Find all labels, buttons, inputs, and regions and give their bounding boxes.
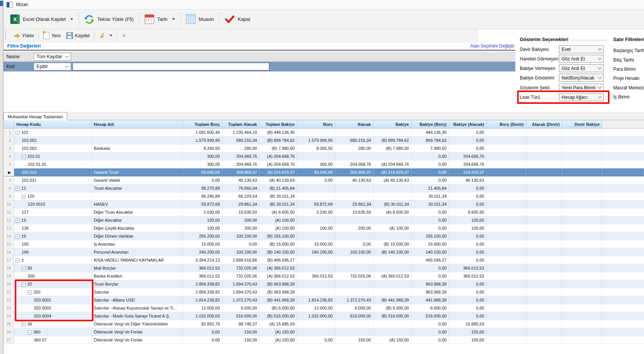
column-header-toplam-bakiye[interactable]: Toplam Bakiye: [260, 120, 297, 129]
table-row[interactable]: 12−13Diğer Alacaklar100,00200,00(A) 100,…: [3, 216, 644, 224]
table-row[interactable]: 2102.0011.579.999,96680.215,34(B) 899.78…: [3, 137, 644, 144]
tab-muhasebe-hesap-toplamlari[interactable]: Muhasebe Hesap Toplamları: [3, 112, 67, 121]
account-code-cell: −19: [14, 232, 92, 240]
column-header-bakiye-alacak[interactable]: Bakiye (Alacak): [449, 120, 487, 129]
table-row[interactable]: 15195İş Avansları15.000,000,00(B) 15.000…: [3, 240, 644, 248]
tree-collapse-icon[interactable]: −: [22, 155, 26, 159]
date-button[interactable]: Tarih: [140, 11, 180, 27]
dropdown-arrow-icon[interactable]: [70, 18, 73, 20]
table-row[interactable]: 11127Diğer Ticari Alacaklar2.030,0010.63…: [3, 208, 644, 216]
column-header-hesap-kodu[interactable]: Hesap Kodu: [14, 120, 92, 129]
account-code-cell: 320.0002: [14, 304, 92, 312]
table-row[interactable]: 17−3KISA VADELİ YABANCI KAYNAKLAR3.394.2…: [3, 256, 644, 264]
dropdown-arrow-icon[interactable]: [109, 35, 112, 37]
excel-icon: X: [10, 14, 20, 24]
close-button[interactable]: Kapat: [220, 12, 255, 27]
column-header-alacak-devir[interactable]: Alacak (Devir): [526, 120, 562, 129]
clean-button[interactable]: [96, 31, 115, 41]
table-row[interactable]: 8−12Ticari Alacaklar98.270,8876.865,04(B…: [3, 184, 644, 192]
value-cell: 0,00: [449, 240, 487, 248]
table-row[interactable]: 19300Banka Kredileri366.012,53732.025,06…: [3, 272, 644, 280]
change-field-selection-link[interactable]: Alan Seçimini Değiştir: [470, 43, 515, 49]
dropdown-arrow-icon[interactable]: [172, 18, 175, 20]
tree-collapse-icon[interactable]: −: [16, 219, 20, 223]
nesne-dropdown[interactable]: Tüm Kayıtlar: [34, 53, 71, 60]
tree-collapse-icon[interactable]: −: [16, 131, 20, 135]
table-row[interactable]: 7102.011Garanti Vadeli0,0040.130,63(A) 4…: [3, 176, 644, 184]
column-header-bakiye[interactable]: Bakiye: [374, 120, 412, 129]
row-filter-item[interactable]: Başlangıç Tarihi: [613, 48, 644, 53]
row-filter-item[interactable]: Masraf Merkezi: [613, 85, 644, 90]
row-filter-item[interactable]: Bitiş Tarihi: [613, 57, 634, 63]
reload-button[interactable]: Tekrar Yükle (F5): [80, 11, 138, 27]
value-cell: 93.040,00: [297, 168, 335, 176]
tree-collapse-icon[interactable]: −: [22, 322, 26, 327]
kod-operator-dropdown[interactable]: Eşittir: [34, 63, 71, 70]
toolbar-grip[interactable]: [5, 32, 7, 40]
table-row[interactable]: 18−30Mali Borçlar366.012,53732.025,06(A)…: [3, 264, 644, 272]
value-cell: 0,00: [449, 232, 487, 240]
table-row[interactable]: 27360.07Ödenecek Vergi Ve Fonlar0,00150,…: [3, 336, 644, 344]
value-cell: [526, 288, 562, 296]
table-row[interactable]: 5102.01.01300,00204.968,76(A) 204.668,76…: [3, 160, 644, 168]
column-header-hesap-ad[interactable]: Hesap Adı: [92, 120, 183, 129]
column-header-bakiye-bor[interactable]: Bakiye (Borç): [412, 120, 449, 129]
tree-collapse-icon[interactable]: −: [22, 195, 26, 199]
column-header-devir-bakiye[interactable]: Devir Bakiye: [562, 120, 602, 129]
column-header-toplam-alacak[interactable]: Toplam Alacak: [223, 120, 260, 129]
table-row[interactable]: 9−12096.240,8866.229,54(B) 30.011,3430.0…: [3, 192, 644, 200]
excel-save-button[interactable]: X Excel Olarak Kaydet: [6, 11, 78, 27]
table-row[interactable]: 4−102.01300,00204.968,76(A) 204.668,760,…: [3, 152, 644, 160]
delete-button[interactable]: ✕: [119, 31, 129, 40]
row-filter-item[interactable]: Para Birimi: [613, 67, 636, 72]
table-row[interactable]: 14−19Diğer Dönen Varlıklar255.200,00100.…: [3, 232, 644, 240]
table-row[interactable]: ▶102.010Garanti Ticari93.040,00309.869,3…: [3, 168, 644, 176]
devir-bakiyesi-dropdown[interactable]: Evet: [559, 45, 604, 53]
table-row[interactable]: 25−36Ödenecek Vergi Ve Diğer Yükümlülükl…: [3, 320, 644, 328]
new-button[interactable]: ✹ Yeni: [40, 30, 63, 41]
row-filter-item[interactable]: Proje Hesabı: [613, 76, 639, 81]
table-row[interactable]: 23320.0002Satıcılar - Atasay Kuyumculuk …: [3, 304, 644, 312]
column-header-bor[interactable]: Borç: [297, 120, 335, 129]
tree-collapse-icon[interactable]: −: [22, 267, 26, 271]
save-button[interactable]: Kaydet: [63, 31, 93, 40]
row-filter-item[interactable]: İş Birimi: [613, 94, 630, 100]
table-row[interactable]: 24320.0004Satıcılar - Mado Gıda Sanayi T…: [3, 312, 644, 320]
bakiye-gosterimi-dropdown[interactable]: Net/Borç/Alacak: [559, 74, 604, 82]
column-header-toplam-bor[interactable]: Toplam Borç: [183, 120, 223, 129]
table-row[interactable]: 21−320Satıcılar2.858.338,821.894.370,43(…: [3, 288, 644, 296]
table-row[interactable]: 1−1021.681.600,461.235.464,10(B) 446.136…: [3, 129, 644, 137]
value-cell: (B) 446.136,36: [260, 129, 297, 136]
table-row[interactable]: 20−32Ticari Borçlar2.858.338,821.894.370…: [3, 280, 644, 288]
table-row[interactable]: 3102.002Bankalar8.260,50280,00(B) 7.980,…: [3, 144, 644, 152]
table-row[interactable]: 10120.0010HASEV59.872,6829.861,34(B) 30.…: [3, 200, 644, 208]
chevron-down-icon: [598, 56, 602, 60]
gosterim-sekli-dropdown[interactable]: Yerel Para Birimi: [559, 84, 604, 92]
table-row[interactable]: 13136Diğer Çeşitli Alacaklar100,00200,00…: [3, 224, 644, 232]
option-row-liste-turu: Liste Türü Hesap Ağacı: [520, 93, 608, 102]
table-row[interactable]: 26−360Ödenecek Vergi Ve Fonlar0,00150,00…: [3, 328, 644, 336]
tree-collapse-icon[interactable]: −: [28, 330, 32, 335]
table-row[interactable]: 16196Personel Avansları240.200,00100.100…: [3, 248, 644, 256]
table-row[interactable]: 22320.0001Satıcılar - Allianz USD1.814.2…: [3, 296, 644, 304]
value-cell: 1.681.600,46: [183, 129, 223, 136]
tree-collapse-icon[interactable]: −: [16, 187, 20, 191]
hareket-gormeyen-dropdown[interactable]: Göz Ardı Et: [559, 55, 604, 63]
muavin-button[interactable]: Muavin: [182, 11, 218, 27]
column-header-bor-devir[interactable]: Borç (Devir): [487, 120, 526, 129]
tree-collapse-icon[interactable]: −: [16, 259, 20, 263]
account-code-text: 102.001: [22, 138, 37, 143]
tree-collapse-icon[interactable]: −: [28, 291, 32, 295]
value-cell: [487, 272, 526, 280]
value-cell: 366.012,53: [183, 264, 223, 272]
value-cell: [297, 288, 335, 296]
load-button[interactable]: Yükle: [10, 32, 37, 40]
tree-collapse-icon[interactable]: −: [16, 235, 20, 239]
kod-value-input[interactable]: [73, 63, 269, 70]
tree-collapse-icon[interactable]: −: [22, 283, 26, 287]
column-header-alacak[interactable]: Alacak: [335, 120, 374, 129]
bakiye-vermeyen-dropdown[interactable]: Göz Ardı Et: [559, 64, 604, 72]
value-cell: [562, 200, 602, 208]
value-cell: 300,00: [183, 160, 223, 168]
liste-turu-dropdown[interactable]: Hesap Ağacı: [559, 93, 604, 101]
